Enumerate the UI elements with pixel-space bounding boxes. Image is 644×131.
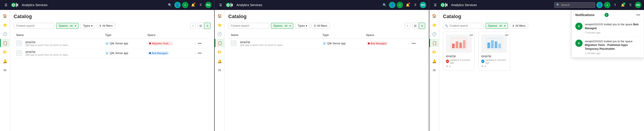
card-1[interactable]: qsop2qc R updated 4 minutes ago 👁 0 ••• [443,32,475,71]
app-icon-2a: 📄 [231,40,236,46]
card-avatar-1: R [446,59,449,63]
search-icon-btn-2[interactable]: 🔍 [381,2,388,8]
notif-item-2: R renato////////////// invited you to th… [572,37,644,57]
page-title-1: Catalog [14,13,210,19]
sidebar-item-recent-1[interactable]: 🕐 [1,30,9,38]
allfilters-btn-3[interactable]: ⊻ All filters [510,23,528,29]
navbar-icons-1: 🔍 👤 + 🔔 ⠿ RA [166,2,212,8]
card-2[interactable]: qsop2qc R updated 4 minutes ago 👁 0 ••• [478,32,510,71]
card-title-1: qsop2qc [446,55,472,58]
apps-icon-btn-1[interactable]: ⠿ [198,2,204,8]
bell-icon-btn-3[interactable]: 🔔 2 [620,2,626,8]
type-icon-1a: Q [105,42,109,45]
menu-icon-1[interactable]: ☰ [3,2,9,8]
notif-more-btn[interactable]: ••• [636,13,640,17]
navbar-icons-2: 🔍 👤 + 🔔 ⠿ BO [381,2,426,8]
notif-title: Notifications [575,13,603,17]
spaces-filter-btn-3[interactable]: Spaces All ▾ [486,23,508,29]
sort-btn-2[interactable]: ↕ [405,23,410,29]
col-type-1: Type [102,32,144,39]
persona-icon-btn-2[interactable]: 👤 [389,2,395,8]
sidebar-item-starred-1[interactable]: ⭐ [1,21,9,29]
table-row[interactable]: 📄 qsop2qc Qlik app to push from on prem … [228,39,425,48]
card-thumbnail-2 [481,35,507,53]
qlik-logo-1[interactable] [11,2,18,7]
persona-icon-btn-3[interactable]: 👤 [596,2,603,8]
table-row[interactable]: 📄 qsop2qc Qlik app to push from on prem … [14,39,210,48]
sidebar-item-home-2[interactable]: 🏠 [216,12,224,20]
sidebar-item-collections-1[interactable]: 📁 [1,48,9,56]
card-more-btn-2[interactable]: ••• [505,33,508,37]
sidebar-item-recent-3[interactable]: 🕐 [430,30,438,38]
allfilters-btn-2[interactable]: ⊻ All filters [312,23,330,29]
list-view-btn-1[interactable]: ≡ [204,23,210,29]
notif-text-1: renato////////////// invited you to the … [585,23,640,30]
sidebar-item-messages-1[interactable]: ✉ [1,66,9,74]
space-badge-2a: Bob Managed [366,41,388,45]
more-btn-2a[interactable]: ••• [412,41,416,45]
avatar-3[interactable]: MA [635,2,641,8]
sidebar-item-alerts-1[interactable]: 🔔 [1,57,9,65]
spaces-filter-btn-2[interactable]: Spaces All ▾ [271,23,293,29]
sidebar-item-alerts-3[interactable]: 🔔 [430,57,438,65]
avatar-1[interactable]: RA [205,2,212,8]
search-input-2[interactable] [228,23,269,29]
bell-icon-btn-2[interactable]: 🔔 [404,2,411,8]
sidebar-item-alerts-2[interactable]: 🔔 [216,57,224,65]
apps-icon-btn-3[interactable]: ⠿ [627,2,634,8]
qlik-logo-3[interactable] [440,2,448,7]
more-btn-1b[interactable]: ••• [198,51,202,55]
search-icon-btn-1[interactable]: 🔍 [166,2,173,8]
svg-rect-21 [487,42,490,48]
notif-badge: 2 [604,13,609,17]
search-input-3[interactable] [443,23,484,29]
sidebar-item-messages-2[interactable]: ✉ [216,66,224,74]
search-input-1[interactable] [14,23,54,29]
navbar-search-icon-3: 🔍 [556,3,560,6]
sidebar-item-collections-2[interactable]: 📁 [216,48,224,56]
types-filter-btn-1[interactable]: Types ▾ [80,23,95,29]
qlik-logo-2[interactable] [226,2,233,7]
menu-icon-2[interactable]: ☰ [218,2,224,8]
table-row[interactable]: 📄 qsop2qc Qlik app to push from on prem … [14,48,210,58]
bell-icon-btn-1[interactable]: 🔔 [190,2,196,8]
sidebar-item-starred-3[interactable]: ⭐ [430,21,438,29]
sidebar-item-starred-2[interactable]: ⭐ [216,21,224,29]
notif-time-2: 2 minutes ago [585,52,640,55]
spaces-filter-btn-1[interactable]: Spaces All ▾ [56,23,79,29]
add-icon-btn-3[interactable]: + [604,2,610,8]
add-icon-btn-1[interactable]: + [182,2,188,8]
sidebar-item-messages-3[interactable]: ✉ [430,66,438,74]
sort-btn-1[interactable]: ↕ [190,23,196,29]
apps-icon-btn-2[interactable]: ⠿ [412,2,418,8]
star-btn-2a[interactable]: ☆ [408,42,411,45]
svg-marker-4 [16,3,18,7]
sidebar-item-catalog-2[interactable]: 📋 [215,39,225,47]
sidebar-item-collections-3[interactable]: 📁 [430,48,438,56]
col-space-2: Space [363,32,405,39]
avatar-2[interactable]: BO [420,2,426,8]
navbar-search-3[interactable]: 🔍 [554,2,595,8]
star-btn-1b[interactable]: ☆ [194,51,197,55]
sidebar-item-recent-2[interactable]: 🕐 [216,30,224,38]
navbar-search-input-3[interactable] [561,3,593,6]
add-icon-btn-2[interactable]: + [397,2,403,8]
sidebar-item-home-3[interactable]: 🏠 [430,12,438,20]
more-btn-1a[interactable]: ••• [198,41,202,45]
grid-view-btn-2[interactable]: ⊞ [412,23,418,29]
star-btn-1a[interactable]: ☆ [194,42,197,45]
sidebar-item-home-1[interactable]: 🏠 [1,12,9,20]
types-filter-btn-2[interactable]: Types ▾ [295,23,310,29]
help-icon-btn-3[interactable]: ? [612,2,618,8]
menu-icon-3[interactable]: ☰ [432,2,438,8]
grid-view-btn-1[interactable]: ⊞ [198,23,204,29]
panel-2: ☰ Analytics Services 🔍 👤 + 🔔 ⠿ BO 🏠 ⭐ [215,0,429,131]
navbar-title-3: Analytics Services [451,3,552,7]
card-more-btn-1[interactable]: ••• [470,33,473,37]
persona-icon-btn-1[interactable]: 👤 [174,2,181,8]
sidebar-item-catalog-1[interactable]: 📋 [0,39,10,47]
col-type-2: Type [320,32,363,39]
list-view-btn-2[interactable]: ≡ [419,23,425,29]
allfilters-btn-1[interactable]: ⊻ All filters [97,23,115,29]
sidebar-item-catalog-3[interactable]: 📋 [429,39,439,47]
